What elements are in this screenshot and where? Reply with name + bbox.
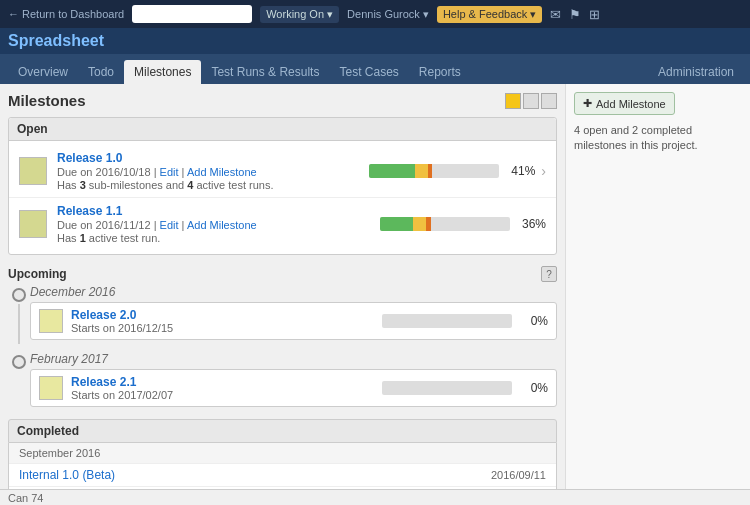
upcoming-name-release-2-1[interactable]: Release 2.1 (71, 375, 136, 389)
upcoming-milestones-section: Upcoming ? December 2016 Release 2.0 Sta… (8, 263, 557, 411)
content-area: Milestones Open Release 1.0 Due on 2016/… (0, 84, 750, 505)
main-content: Milestones Open Release 1.0 Due on 2016/… (0, 84, 565, 505)
edit-link-release-1-0[interactable]: Edit (160, 166, 179, 178)
progress-green-release-1-1 (380, 217, 413, 231)
upcoming-help-icon[interactable]: ? (541, 266, 557, 282)
page-title: Milestones (8, 92, 86, 109)
progress-pct-release-1-1: 36% (516, 217, 546, 231)
tab-overview[interactable]: Overview (8, 60, 78, 84)
administration-button[interactable]: Administration (650, 60, 742, 84)
add-milestone-link-release-1-0[interactable]: Add Milestone (187, 166, 257, 178)
open-section-header: Open (9, 118, 556, 141)
milestone-icon-release-1-1 (19, 210, 47, 238)
sidebar: ✚ Add Milestone 4 open and 2 completed m… (565, 84, 750, 505)
tab-milestones[interactable]: Milestones (124, 60, 201, 84)
completed-date-internal-1-0-beta: 2016/09/11 (491, 469, 546, 481)
milestone-sub-release-1-1: Has 1 active test run. (57, 232, 370, 244)
milestone-name-release-1-1[interactable]: Release 1.1 (57, 204, 122, 218)
milestone-progress-release-1-0: 41% › (369, 163, 546, 179)
progress-yellow-release-1-1 (413, 217, 426, 231)
progress-pct-release-2-0: 0% (518, 314, 548, 328)
timeline-month-february: February 2017 (30, 352, 557, 366)
upcoming-icon-release-2-0 (39, 309, 63, 333)
rss-icon[interactable]: ⊞ (589, 7, 600, 22)
upcoming-item-release-2-0: Release 2.0 Starts on 2016/12/15 0% (30, 302, 557, 340)
detail-view-icon[interactable] (541, 93, 557, 109)
progress-bar-release-1-0 (369, 164, 499, 178)
grid-view-icon[interactable] (523, 93, 539, 109)
edit-link-release-1-1[interactable]: Edit (160, 219, 179, 231)
app-title-bar: Spreadsheet (0, 28, 750, 54)
add-milestone-link-release-1-1[interactable]: Add Milestone (187, 219, 257, 231)
timeline-month-december: December 2016 (30, 285, 557, 299)
milestone-item-release-1-1: Release 1.1 Due on 2016/11/12 | Edit | A… (9, 198, 556, 250)
milestone-item-release-1-0: Release 1.0 Due on 2016/10/18 | Edit | A… (9, 145, 556, 198)
list-view-icon[interactable] (505, 93, 521, 109)
completed-item-internal-1-0-beta: Internal 1.0 (Beta) 2016/09/11 (9, 464, 556, 487)
progress-yellow-release-1-0 (415, 164, 428, 178)
milestone-name-release-1-0[interactable]: Release 1.0 (57, 151, 122, 165)
progress-green-release-1-0 (369, 164, 415, 178)
tab-test-cases[interactable]: Test Cases (329, 60, 408, 84)
add-milestone-button[interactable]: ✚ Add Milestone (574, 92, 675, 115)
timeline-circle-december (12, 288, 26, 302)
timeline-group-february-2017: February 2017 Release 2.1 Starts on 2017… (8, 352, 557, 411)
upcoming-progress-release-2-0: 0% (382, 314, 548, 328)
progress-pct-release-1-0: 41% (505, 164, 535, 178)
working-on-button[interactable]: Working On ▾ (260, 6, 339, 23)
main-navigation: Overview Todo Milestones Test Runs & Res… (0, 54, 750, 84)
mail-icon[interactable]: ✉ (550, 7, 561, 22)
milestone-icon-release-1-0 (19, 157, 47, 185)
completed-header: Completed (8, 419, 557, 443)
status-text: Can 74 (8, 492, 43, 504)
upcoming-info-release-2-0: Release 2.0 Starts on 2016/12/15 (71, 308, 374, 334)
progress-bar-upcoming-2-1 (382, 381, 512, 395)
search-input[interactable] (132, 5, 252, 23)
nav-tabs-container: Overview Todo Milestones Test Runs & Res… (8, 60, 471, 84)
view-icons (505, 93, 557, 109)
timeline-circle-february (12, 355, 26, 369)
milestone-info-release-1-0: Release 1.0 Due on 2016/10/18 | Edit | A… (57, 151, 359, 191)
chevron-right-icon[interactable]: › (541, 163, 546, 179)
completed-name-internal-1-0-beta[interactable]: Internal 1.0 (Beta) (19, 468, 115, 482)
timeline-col-feb (8, 352, 30, 369)
open-milestones-section: Open Release 1.0 Due on 2016/10/18 | Edi… (8, 117, 557, 255)
top-bar-left: ← Return to Dashboard Working On ▾ Denni… (8, 5, 600, 23)
notification-icon[interactable]: ⚑ (569, 7, 581, 22)
upcoming-item-release-2-1: Release 2.1 Starts on 2017/02/07 0% (30, 369, 557, 407)
tab-test-runs-results[interactable]: Test Runs & Results (201, 60, 329, 84)
milestone-sub-release-1-0: Has 3 sub-milestones and 4 active test r… (57, 179, 359, 191)
timeline-col (8, 285, 30, 344)
app-title: Spreadsheet (8, 32, 104, 50)
upcoming-name-release-2-0[interactable]: Release 2.0 (71, 308, 136, 322)
user-menu-button[interactable]: Dennis Gurock ▾ (347, 8, 429, 21)
upcoming-progress-release-2-1: 0% (382, 381, 548, 395)
upcoming-date-release-2-0: Starts on 2016/12/15 (71, 322, 374, 334)
progress-pct-release-2-1: 0% (518, 381, 548, 395)
timeline-content-february: February 2017 Release 2.1 Starts on 2017… (30, 352, 557, 411)
upcoming-icon-release-2-1 (39, 376, 63, 400)
page-header: Milestones (8, 92, 557, 109)
tab-reports[interactable]: Reports (409, 60, 471, 84)
progress-orange-release-1-1 (426, 217, 431, 231)
milestone-info-release-1-1: Release 1.1 Due on 2016/11/12 | Edit | A… (57, 204, 370, 244)
help-feedback-button[interactable]: Help & Feedback ▾ (437, 6, 542, 23)
upcoming-title: Upcoming (8, 267, 67, 281)
top-navigation-bar: ← Return to Dashboard Working On ▾ Denni… (0, 0, 750, 28)
progress-bar-upcoming-2-0 (382, 314, 512, 328)
completed-month-september: September 2016 (9, 443, 556, 464)
milestone-progress-release-1-1: 36% (380, 217, 546, 231)
upcoming-header: Upcoming ? (8, 263, 557, 285)
progress-orange-release-1-0 (428, 164, 432, 178)
timeline-line (18, 304, 20, 344)
plus-icon: ✚ (583, 97, 592, 110)
tab-todo[interactable]: Todo (78, 60, 124, 84)
upcoming-date-release-2-1: Starts on 2017/02/07 (71, 389, 374, 401)
back-to-dashboard-link[interactable]: ← Return to Dashboard (8, 8, 124, 20)
open-section-content: Release 1.0 Due on 2016/10/18 | Edit | A… (9, 141, 556, 254)
sidebar-info: 4 open and 2 completed milestones in thi… (574, 123, 742, 154)
milestone-meta-release-1-0: Due on 2016/10/18 | Edit | Add Milestone (57, 166, 359, 178)
timeline-group-december-2016: December 2016 Release 2.0 Starts on 2016… (8, 285, 557, 344)
progress-bar-release-1-1 (380, 217, 510, 231)
timeline-content-december: December 2016 Release 2.0 Starts on 2016… (30, 285, 557, 344)
